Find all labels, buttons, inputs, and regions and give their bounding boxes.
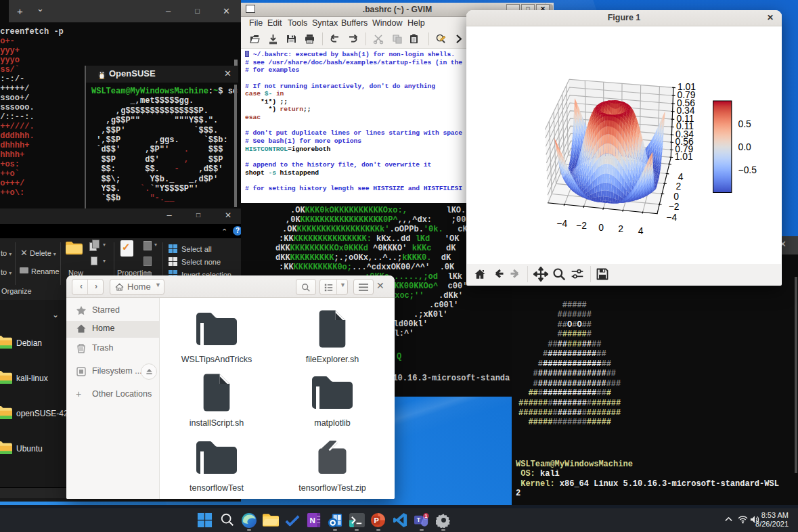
svg-text:2: 2 bbox=[618, 223, 623, 234]
svg-text:1.01: 1.01 bbox=[678, 81, 696, 92]
svg-text:2: 2 bbox=[676, 181, 682, 192]
svg-text:1: 1 bbox=[424, 513, 428, 519]
svg-text:N: N bbox=[309, 516, 315, 525]
svg-text:0.5: 0.5 bbox=[738, 118, 752, 129]
svg-text:4: 4 bbox=[678, 171, 684, 182]
svg-text:0.0: 0.0 bbox=[738, 141, 752, 152]
svg-text:−0.5: −0.5 bbox=[738, 164, 757, 175]
svg-text:−4: −4 bbox=[556, 218, 567, 229]
svg-text:0: 0 bbox=[673, 191, 679, 202]
svg-text:−2: −2 bbox=[576, 220, 587, 231]
svg-text:0: 0 bbox=[598, 222, 604, 233]
svg-text:−2: −2 bbox=[669, 201, 680, 212]
svg-text:−4: −4 bbox=[666, 212, 677, 223]
svg-text:4: 4 bbox=[638, 225, 644, 236]
svg-text:T: T bbox=[417, 516, 421, 523]
svg-text:P: P bbox=[374, 516, 378, 525]
